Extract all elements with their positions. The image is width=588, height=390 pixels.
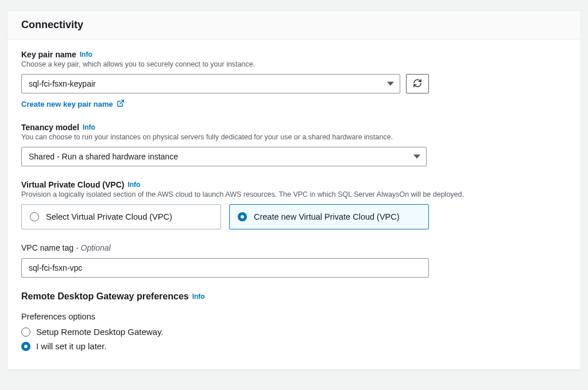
rdg-group-label: Preferences options <box>21 312 567 321</box>
radio-icon <box>30 212 39 221</box>
keypair-field: Key pair name Info Choose a key pair, wh… <box>21 50 458 109</box>
tenancy-field: Tenancy model Info You can choose to run… <box>21 123 435 166</box>
vpc-help: Provision a logically isolated section o… <box>21 190 567 198</box>
refresh-icon <box>413 79 422 89</box>
vpc-name-field: VPC name tag - Optional <box>21 243 429 278</box>
rdg-section: Remote Desktop Gateway preferences Info … <box>21 291 567 351</box>
caret-down-icon <box>413 155 420 159</box>
radio-icon <box>21 327 30 337</box>
connectivity-panel: Connectivity Key pair name Info Choose a… <box>7 10 581 370</box>
create-keypair-link-label: Create new key pair name <box>21 100 113 108</box>
tenancy-select-value: Shared - Run a shared hardware instance <box>29 152 178 161</box>
refresh-button[interactable] <box>406 74 429 93</box>
keypair-select-value: sql-fci-fsxn-keypair <box>29 79 96 88</box>
keypair-label: Key pair name <box>21 50 76 59</box>
vpc-option-select-existing[interactable]: Select Virtual Private Cloud (VPC) <box>21 204 221 229</box>
keypair-info-link[interactable]: Info <box>80 50 92 58</box>
create-keypair-link[interactable]: Create new key pair name <box>21 99 125 109</box>
rdg-option-later[interactable]: I will set it up later. <box>21 341 567 351</box>
vpc-option-create-new[interactable]: Create new Virtual Private Cloud (VPC) <box>229 204 429 229</box>
rdg-heading: Remote Desktop Gateway preferences <box>21 291 189 302</box>
vpc-name-label: VPC name tag <box>21 243 74 252</box>
rdg-option-setup[interactable]: Setup Remote Desktop Gateway. <box>21 327 567 337</box>
vpc-option-create-label: Create new Virtual Private Cloud (VPC) <box>254 212 400 221</box>
vpc-label: Virtual Private Cloud (VPC) <box>21 180 124 189</box>
panel-body: Key pair name Info Choose a key pair, wh… <box>7 40 581 369</box>
svg-line-0 <box>120 100 123 104</box>
vpc-name-optional: - Optional <box>74 243 111 252</box>
rdg-option-later-label: I will set it up later. <box>36 341 107 351</box>
vpc-name-input[interactable] <box>21 258 429 278</box>
tenancy-select[interactable]: Shared - Run a shared hardware instance <box>21 147 427 166</box>
rdg-option-setup-label: Setup Remote Desktop Gateway. <box>36 327 164 337</box>
keypair-select[interactable]: sql-fci-fsxn-keypair <box>21 74 400 93</box>
panel-header: Connectivity <box>7 11 581 40</box>
caret-down-icon <box>387 82 394 86</box>
panel-title: Connectivity <box>21 19 567 31</box>
keypair-help: Choose a key pair, which allows you to s… <box>21 60 458 68</box>
tenancy-help: You can choose to run your instances on … <box>21 133 435 141</box>
vpc-option-select-label: Select Virtual Private Cloud (VPC) <box>46 212 172 221</box>
tenancy-info-link[interactable]: Info <box>83 123 95 131</box>
external-link-icon <box>117 99 125 109</box>
tenancy-label: Tenancy model <box>21 123 79 132</box>
vpc-info-link[interactable]: Info <box>127 181 140 189</box>
rdg-preferences-group: Preferences options Setup Remote Desktop… <box>21 312 567 351</box>
radio-icon <box>238 212 247 221</box>
radio-icon <box>21 342 30 351</box>
vpc-field: Virtual Private Cloud (VPC) Info Provisi… <box>21 180 567 229</box>
rdg-info-link[interactable]: Info <box>192 292 205 301</box>
